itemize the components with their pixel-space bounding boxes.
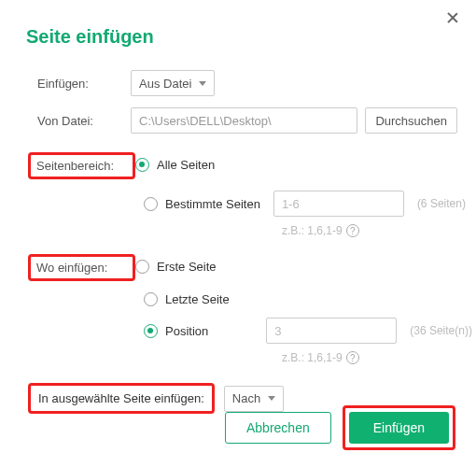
- label-direction: In ausgewählte Seite einfügen:: [28, 383, 215, 414]
- ok-button-highlight: Einfügen: [343, 405, 455, 450]
- dialog-title: Seite einfügen: [26, 26, 476, 48]
- select-insert-mode[interactable]: Aus Datei: [131, 70, 215, 96]
- radio-last-page-label: Letzte Seite: [165, 292, 230, 306]
- radio-last-page[interactable]: [144, 292, 158, 306]
- radio-position-label: Position: [165, 324, 208, 338]
- label-page-range: Seitenbereich:: [28, 152, 135, 179]
- cancel-button[interactable]: Abbrechen: [225, 412, 331, 444]
- label-from-file: Von Datei:: [37, 114, 131, 128]
- row-where: Wo einfügen: Erste Seite: [0, 248, 476, 287]
- position-input[interactable]: [266, 318, 397, 344]
- radio-position-row[interactable]: Position (36 Seite(n)): [144, 312, 476, 349]
- radio-first-page[interactable]: [135, 260, 149, 274]
- help-icon[interactable]: ?: [346, 224, 359, 237]
- page-range-hint: z.B.: 1,6,1-9 ?: [282, 222, 476, 243]
- radio-all-pages-row[interactable]: Alle Seiten: [135, 152, 215, 177]
- radio-position[interactable]: [144, 324, 158, 338]
- chevron-down-icon: [268, 396, 275, 401]
- radio-first-page-row[interactable]: Erste Seite: [135, 254, 217, 279]
- close-icon[interactable]: [446, 11, 459, 24]
- radio-specific-pages-label: Bestimmte Seiten: [165, 197, 260, 211]
- specific-pages-count: (6 Seiten): [417, 197, 466, 210]
- help-icon[interactable]: ?: [346, 351, 359, 364]
- radio-all-pages-label: Alle Seiten: [157, 158, 215, 172]
- dialog-footer: Abbrechen Einfügen: [225, 405, 455, 450]
- page-range-options: Bestimmte Seiten (6 Seiten) z.B.: 1,6,1-…: [144, 185, 476, 243]
- browse-button[interactable]: Durchsuchen: [365, 107, 457, 134]
- radio-specific-pages[interactable]: [144, 197, 158, 211]
- label-where: Wo einfügen:: [28, 254, 135, 281]
- row-insert-mode: Einfügen: Aus Datei: [0, 64, 476, 102]
- select-direction-value: Nach: [232, 391, 260, 405]
- file-path-input[interactable]: [131, 107, 357, 134]
- row-page-range: Seitenbereich: Alle Seiten: [0, 147, 476, 185]
- where-options: Letzte Seite Position (36 Seite(n)) z.B.…: [144, 287, 476, 370]
- row-from-file: Von Datei: Durchsuchen: [0, 102, 476, 139]
- label-insert: Einfügen:: [37, 77, 131, 91]
- ok-button[interactable]: Einfügen: [349, 412, 449, 444]
- radio-first-page-label: Erste Seite: [157, 260, 217, 274]
- position-count: (36 Seite(n)): [410, 324, 472, 337]
- radio-last-page-row[interactable]: Letzte Seite: [144, 287, 476, 312]
- radio-specific-pages-row[interactable]: Bestimmte Seiten (6 Seiten): [144, 185, 476, 222]
- where-hint: z.B.: 1,6,1-9 ?: [282, 349, 476, 370]
- chevron-down-icon: [199, 81, 206, 86]
- specific-pages-input[interactable]: [273, 191, 404, 217]
- select-insert-mode-value: Aus Datei: [139, 77, 191, 91]
- radio-all-pages[interactable]: [135, 158, 149, 172]
